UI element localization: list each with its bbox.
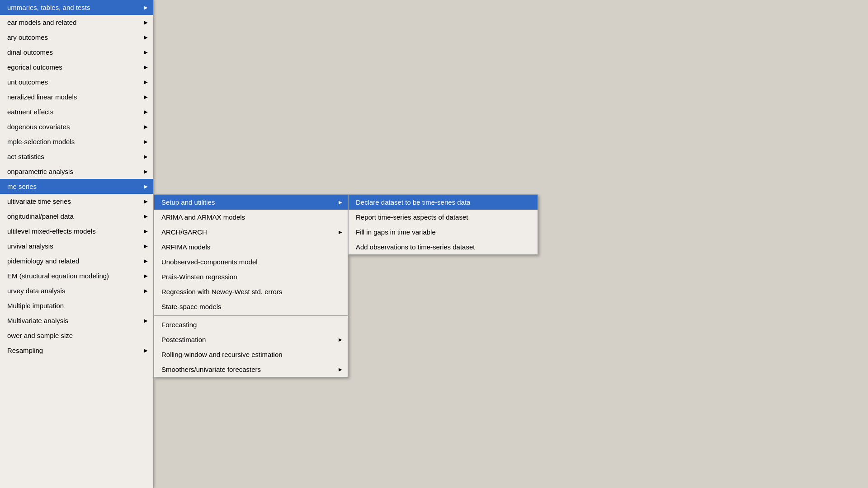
menu-level1-label-14: ongitudinal/panel data (7, 212, 74, 220)
submenu-arrow-icon: ▶ (144, 199, 148, 204)
menu-level2-label-2: ARCH/GARCH (161, 228, 207, 236)
menu-level1-label-7: eatment effects (7, 108, 53, 116)
menu-level1-item-13[interactable]: ultivariate time series▶ (0, 194, 153, 209)
menu-level3-item-2[interactable]: Fill in gaps in time variable (349, 225, 538, 239)
menu-level1-label-1: ear models and related (7, 19, 76, 26)
menu-level1-item-0[interactable]: ummaries, tables, and tests▶ (0, 0, 153, 15)
menu-level3: Declare dataset to be time-series dataRe… (348, 194, 538, 255)
submenu-arrow-icon: ▶ (144, 109, 148, 114)
submenu-arrow-icon: ▶ (144, 5, 148, 10)
menu-level1-item-2[interactable]: ary outcomes▶ (0, 30, 153, 45)
menu-level3-label-0: Declare dataset to be time-series data (356, 198, 470, 206)
menu-level2-label-0: Setup and utilities (161, 198, 215, 206)
menu-level1-item-7[interactable]: eatment effects▶ (0, 104, 153, 119)
submenu-arrow-icon: ▶ (339, 230, 342, 235)
submenu-arrow-icon: ▶ (144, 20, 148, 25)
menu-level3-item-0[interactable]: Declare dataset to be time-series data (349, 195, 538, 210)
menu-level1-item-20[interactable]: Multiple imputation (0, 298, 153, 313)
menu-level2-label-7: State-space models (161, 303, 222, 310)
menu-level2-label-6: Regression with Newey-West std. errors (161, 288, 282, 296)
menu-level2-item-0[interactable]: Setup and utilities▶ (154, 195, 348, 210)
menu-level2-item-7[interactable]: State-space models (154, 299, 348, 314)
menu-level3-item-3[interactable]: Add observations to time-series dataset (349, 239, 538, 254)
menu-level2-item-8[interactable]: Forecasting (154, 317, 348, 332)
menu-level1-label-8: dogenous covariates (7, 123, 70, 131)
submenu-arrow-icon: ▶ (144, 65, 148, 70)
submenu-arrow-icon: ▶ (144, 184, 148, 189)
menu-level1-label-11: onparametric analysis (7, 168, 73, 175)
submenu-arrow-icon: ▶ (144, 139, 148, 144)
menu-level1-label-15: ultilevel mixed-effects models (7, 227, 96, 235)
menu-level2-label-11: Smoothers/univariate forecasters (161, 366, 261, 373)
menu-level2-label-9: Postestimation (161, 336, 206, 343)
menu-level2-item-11[interactable]: Smoothers/univariate forecasters▶ (154, 362, 348, 377)
menu-level2-label-8: Forecasting (161, 321, 197, 328)
menu-level1-label-6: neralized linear models (7, 93, 77, 101)
submenu-arrow-icon: ▶ (144, 124, 148, 129)
menu-level1-label-13: ultivariate time series (7, 197, 71, 205)
menu-level1-item-3[interactable]: dinal outcomes▶ (0, 45, 153, 60)
menu-level1-item-10[interactable]: act statistics▶ (0, 149, 153, 164)
submenu-arrow-icon: ▶ (144, 244, 148, 249)
menu-level2-item-9[interactable]: Postestimation▶ (154, 332, 348, 347)
menu-level3-label-1: Report time-series aspects of dataset (356, 213, 468, 221)
menu-level2-item-6[interactable]: Regression with Newey-West std. errors (154, 284, 348, 299)
menu-level3-item-1[interactable]: Report time-series aspects of dataset (349, 210, 538, 225)
menu-level1-item-14[interactable]: ongitudinal/panel data▶ (0, 209, 153, 224)
menu-level2-item-10[interactable]: Rolling-window and recursive estimation (154, 347, 348, 362)
menu-level1-label-4: egorical outcomes (7, 63, 62, 71)
submenu-arrow-icon: ▶ (144, 154, 148, 159)
submenu-arrow-icon: ▶ (339, 200, 342, 205)
menu-level2-label-3: ARFIMA models (161, 243, 210, 251)
menu-level2-label-4: Unobserved-components model (161, 258, 258, 266)
submenu-arrow-icon: ▶ (144, 80, 148, 84)
menu-level2-label-10: Rolling-window and recursive estimation (161, 351, 283, 358)
menu-level1-item-9[interactable]: mple-selection models▶ (0, 134, 153, 149)
menu-separator (154, 315, 348, 316)
menu-level1-item-11[interactable]: onparametric analysis▶ (0, 164, 153, 179)
menu-level2-item-3[interactable]: ARFIMA models (154, 239, 348, 254)
menu-level3-label-2: Fill in gaps in time variable (356, 228, 436, 236)
menu-level3-label-3: Add observations to time-series dataset (356, 243, 475, 251)
submenu-arrow-icon: ▶ (144, 169, 148, 174)
menu-level1-item-8[interactable]: dogenous covariates▶ (0, 119, 153, 134)
menu-level1-item-22[interactable]: ower and sample size (0, 328, 153, 343)
menu-level1-item-17[interactable]: pidemiology and related▶ (0, 253, 153, 268)
menu-level1-label-18: EM (structural equation modeling) (7, 272, 109, 280)
menu-level2: Setup and utilities▶ARIMA and ARMAX mode… (154, 194, 348, 377)
menu-level1-label-17: pidemiology and related (7, 257, 79, 265)
menu-level1-label-16: urvival analysis (7, 242, 53, 250)
menu-level2-label-1: ARIMA and ARMAX models (161, 213, 245, 221)
menu-level1-label-21: Multivariate analysis (7, 317, 68, 324)
menu-level1-label-10: act statistics (7, 153, 44, 160)
menu-level1-item-21[interactable]: Multivariate analysis▶ (0, 313, 153, 328)
menu-level2-item-1[interactable]: ARIMA and ARMAX models (154, 210, 348, 225)
menu-level1-item-15[interactable]: ultilevel mixed-effects models▶ (0, 224, 153, 239)
menu-level2-item-5[interactable]: Prais-Winsten regression (154, 269, 348, 284)
submenu-arrow-icon: ▶ (144, 50, 148, 55)
menu-level1-label-20: Multiple imputation (7, 302, 64, 310)
menu-level1-item-18[interactable]: EM (structural equation modeling)▶ (0, 268, 153, 283)
submenu-arrow-icon: ▶ (144, 273, 148, 278)
submenu-arrow-icon: ▶ (339, 367, 342, 372)
submenu-arrow-icon: ▶ (144, 288, 148, 293)
menu-level1-item-23[interactable]: Resampling▶ (0, 343, 153, 358)
menu-level1-item-1[interactable]: ear models and related▶ (0, 15, 153, 30)
menu-level1-label-2: ary outcomes (7, 33, 48, 41)
submenu-arrow-icon: ▶ (144, 214, 148, 219)
menu-level2-item-4[interactable]: Unobserved-components model (154, 254, 348, 269)
menu-level1-label-0: ummaries, tables, and tests (7, 4, 90, 11)
menu-level1-label-3: dinal outcomes (7, 48, 53, 56)
menu-level1-item-6[interactable]: neralized linear models▶ (0, 89, 153, 104)
menu-level2-item-2[interactable]: ARCH/GARCH▶ (154, 225, 348, 239)
submenu-arrow-icon: ▶ (144, 348, 148, 353)
submenu-arrow-icon: ▶ (144, 94, 148, 99)
menu-level1-item-16[interactable]: urvival analysis▶ (0, 239, 153, 253)
menu-level1-item-12[interactable]: me series▶ (0, 179, 153, 194)
menu-level1-label-9: mple-selection models (7, 138, 75, 145)
menu-level1-label-22: ower and sample size (7, 332, 73, 339)
menu-level1-label-12: me series (7, 183, 37, 190)
menu-level1-item-5[interactable]: unt outcomes▶ (0, 75, 153, 89)
menu-level1-item-4[interactable]: egorical outcomes▶ (0, 60, 153, 75)
menu-level1-item-19[interactable]: urvey data analysis▶ (0, 283, 153, 298)
